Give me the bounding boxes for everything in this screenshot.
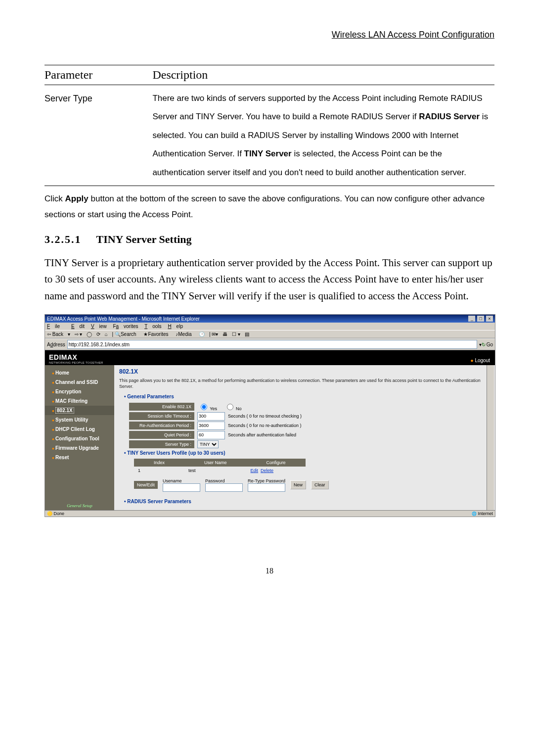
edit-link[interactable]: Edit <box>251 468 259 473</box>
ie-addressbar: Address ▾ Go <box>45 338 495 350</box>
parameter-table: Parameter Description Server Type There … <box>44 65 494 186</box>
tiny-users-heading: TINY Server Users Profile (up to 30 user… <box>124 450 490 456</box>
ie-toolbar: ⇦ Back ▾ ⇨ ▾ ◯ ⟳ ⌂ | 🔍Search ★Favorites … <box>45 330 495 338</box>
ie-titlebar: EDIMAX Access Point Web Management - Mic… <box>45 315 495 323</box>
th-parameter: Parameter <box>44 65 152 85</box>
th-configure: Configure <box>247 459 306 467</box>
server-type-select[interactable]: TINY <box>197 440 219 448</box>
media-button[interactable]: ♪Media <box>176 331 194 337</box>
menu-help[interactable]: Help <box>168 324 183 329</box>
general-params-heading: General Parameters <box>124 394 490 399</box>
username-input[interactable] <box>163 483 200 492</box>
refresh-icon[interactable]: ⟳ <box>96 331 100 337</box>
radius-params-heading: RADIUS Server Parameters <box>124 499 490 504</box>
menu-file[interactable]: File <box>47 324 65 329</box>
edit-icon[interactable]: ☐ ▾ <box>232 331 240 337</box>
repassword-label: Re-Type Password <box>248 478 285 483</box>
new-button[interactable]: New <box>290 480 306 489</box>
body-paragraph: TINY Server is a proprietary authenticat… <box>44 255 494 305</box>
idle-timeout-input[interactable] <box>197 412 225 421</box>
minimize-icon[interactable]: _ <box>468 316 475 322</box>
idle-timeout-hint: Seconds ( 0 for no timeout checking ) <box>228 414 302 419</box>
search-button[interactable]: 🔍Search <box>115 331 139 337</box>
sidebar-item-firmware[interactable]: Firmware Upgrade <box>45 443 114 453</box>
enable-8021x-label: Enable 802.1X <box>129 403 194 411</box>
cell-user: test <box>184 467 247 474</box>
reauth-input[interactable] <box>197 422 225 430</box>
brand-tagline: NETWORKING PEOPLE TOGETHER <box>49 361 491 364</box>
th-index: Index <box>134 459 184 467</box>
brand-logo: EDIMAX <box>49 353 491 361</box>
ie-menubar: File Edit View Favorites Tools Help <box>45 323 495 330</box>
embedded-screenshot: EDIMAX Access Point Web Management - Mic… <box>44 314 495 517</box>
main-title: 802.1X <box>119 368 490 375</box>
logout-link[interactable]: Logout <box>471 358 490 363</box>
server-type-label: Server Type : <box>129 440 194 448</box>
repassword-input[interactable] <box>248 483 285 492</box>
reauth-label: Re-Authentication Period : <box>129 422 194 429</box>
password-label: Password <box>205 478 243 483</box>
sidebar-item-channel[interactable]: Channel and SSID <box>45 378 114 387</box>
close-icon[interactable]: × <box>486 316 493 322</box>
status-done: 🟡 Done <box>47 511 64 516</box>
url-input[interactable] <box>67 340 477 349</box>
section-heading: 3.2.5.1TINY Server Setting <box>44 233 494 246</box>
th-description: Description <box>152 65 494 85</box>
scrollbar[interactable] <box>487 365 494 510</box>
main-description: This page allows you to set the 802.1X, … <box>119 378 490 389</box>
apply-paragraph: Click Apply button at the bottom of the … <box>44 191 494 223</box>
sidebar: Home Channel and SSID Encryption MAC Fil… <box>45 365 114 510</box>
main-panel: 802.1X This page allows you to set the 8… <box>114 365 495 510</box>
status-zone: Internet <box>472 511 493 516</box>
clear-button[interactable]: Clear <box>311 480 329 489</box>
newedit-label: New/Edit <box>134 481 158 489</box>
brand-header: EDIMAX NETWORKING PEOPLE TOGETHER Logout <box>45 350 495 365</box>
sidebar-item-8021x[interactable]: 802.1X <box>45 406 114 415</box>
sidebar-item-dhcp[interactable]: DHCP Client Log <box>45 425 114 434</box>
menu-view[interactable]: View <box>91 324 107 329</box>
td-param-desc: There are two kinds of servers supported… <box>152 85 494 186</box>
stop-icon[interactable]: ◯ <box>87 331 92 337</box>
password-input[interactable] <box>205 483 243 492</box>
menu-tools[interactable]: Tools <box>144 324 161 329</box>
ie-title-text: EDIMAX Access Point Web Management - Mic… <box>47 316 200 322</box>
page-number: 18 <box>44 567 494 575</box>
username-label: Usename <box>163 478 200 483</box>
menu-edit[interactable]: Edit <box>71 324 85 329</box>
maximize-icon[interactable]: □ <box>477 316 484 322</box>
delete-link[interactable]: Delete <box>261 468 273 473</box>
discuss-icon[interactable]: ▤ <box>245 331 249 337</box>
menu-favorites[interactable]: Favorites <box>113 324 138 329</box>
sidebar-item-encryption[interactable]: Encryption <box>45 387 114 396</box>
cell-index: 1 <box>134 467 184 474</box>
table-row: 1 test Edit Delete <box>134 467 306 474</box>
ie-statusbar: 🟡 Done Internet <box>45 510 495 517</box>
sidebar-item-system[interactable]: System Utility <box>45 415 114 425</box>
mail-icon[interactable]: ✉▾ <box>212 331 218 337</box>
go-button[interactable]: Go <box>482 342 493 347</box>
radio-yes[interactable]: Yes <box>198 406 217 411</box>
general-setup-label: General Setup <box>45 503 114 508</box>
idle-timeout-label: Session Idle Timeout : <box>129 412 194 420</box>
users-table: Index User Name Configure 1 test Edit De… <box>134 459 306 474</box>
quiet-hint: Seconds after authentication failed <box>228 432 296 437</box>
th-username: User Name <box>184 459 247 467</box>
quiet-input[interactable] <box>197 431 225 439</box>
forward-button[interactable]: ⇨ ▾ <box>75 331 83 337</box>
sidebar-item-mac[interactable]: MAC Filtering <box>45 396 114 406</box>
quiet-label: Quiet Period : <box>129 431 194 439</box>
favorites-button[interactable]: ★Favorites <box>143 331 171 337</box>
radio-no[interactable]: No <box>224 406 242 411</box>
print-icon[interactable]: 🖶 <box>222 331 227 337</box>
address-label: Address <box>47 342 65 347</box>
sidebar-item-reset[interactable]: Reset <box>45 453 114 462</box>
back-button[interactable]: ⇦ Back ▾ <box>47 331 70 337</box>
home-icon[interactable]: ⌂ <box>105 331 108 337</box>
history-icon[interactable]: 🕑 <box>199 331 205 337</box>
page-header: Wireless LAN Access Point Configuration <box>44 30 494 40</box>
sidebar-item-config[interactable]: Configuration Tool <box>45 434 114 443</box>
sidebar-item-home[interactable]: Home <box>45 368 114 378</box>
reauth-hint: Seconds ( 0 for no re-authentication ) <box>228 423 302 428</box>
td-param-name: Server Type <box>44 85 152 186</box>
